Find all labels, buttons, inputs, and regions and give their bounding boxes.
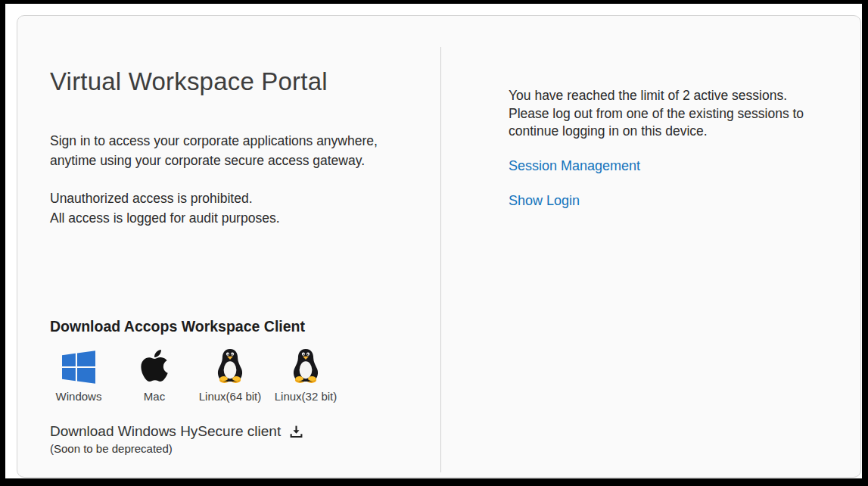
windows-logo-icon (61, 347, 96, 384)
notice-line-1: Unauthorized access is prohibited. (50, 188, 280, 208)
intro-line-2: anytime using your corporate secure acce… (50, 151, 378, 170)
intro-line-1: Sign in to access your corporate applica… (50, 131, 378, 151)
hysecure-link-label: Download Windows HySecure client (50, 423, 281, 440)
download-hysecure-link[interactable]: Download Windows HySecure client (50, 423, 303, 440)
portal-card: Virtual Workspace Portal Sign in to acce… (17, 15, 861, 478)
notice-line-2: All access is logged for audit purposes. (50, 208, 280, 228)
client-label: Linux(32 bit) (275, 390, 338, 403)
client-label: Linux(64 bit) (199, 390, 262, 403)
page-title: Virtual Workspace Portal (50, 67, 328, 96)
session-management-link[interactable]: Session Management (509, 158, 640, 174)
download-client-windows[interactable]: Windows (50, 347, 107, 403)
download-client-mac[interactable]: Mac (126, 347, 183, 403)
window-frame: Virtual Workspace Portal Sign in to acce… (5, 4, 862, 478)
download-client-linux32[interactable]: Linux(32 bit) (277, 347, 334, 403)
tux-penguin-icon (288, 347, 323, 384)
apple-logo-icon (137, 347, 172, 384)
client-label: Mac (144, 390, 165, 403)
session-message-line-2: Please log out from one of the existing … (509, 105, 826, 123)
client-label: Windows (56, 390, 102, 403)
vertical-divider (440, 47, 441, 472)
screen: Virtual Workspace Portal Sign in to acce… (0, 0, 868, 486)
download-icon (289, 425, 303, 439)
tux-penguin-icon (213, 347, 247, 384)
download-clients-row: Windows Mac (50, 347, 353, 403)
audit-notice-text: Unauthorized access is prohibited. All a… (50, 188, 280, 228)
show-login-link[interactable]: Show Login (509, 193, 580, 209)
download-client-linux64[interactable]: Linux(64 bit) (201, 347, 259, 403)
session-limit-message: You have reached the limit of 2 active s… (509, 87, 826, 141)
download-clients-heading: Download Accops Workspace Client (50, 318, 305, 335)
session-message-line-1: You have reached the limit of 2 active s… (509, 87, 826, 105)
deprecation-note: (Soon to be deprecated) (50, 442, 173, 455)
intro-text: Sign in to access your corporate applica… (50, 131, 378, 170)
session-message-line-3: continue logging in on this device. (509, 123, 826, 141)
